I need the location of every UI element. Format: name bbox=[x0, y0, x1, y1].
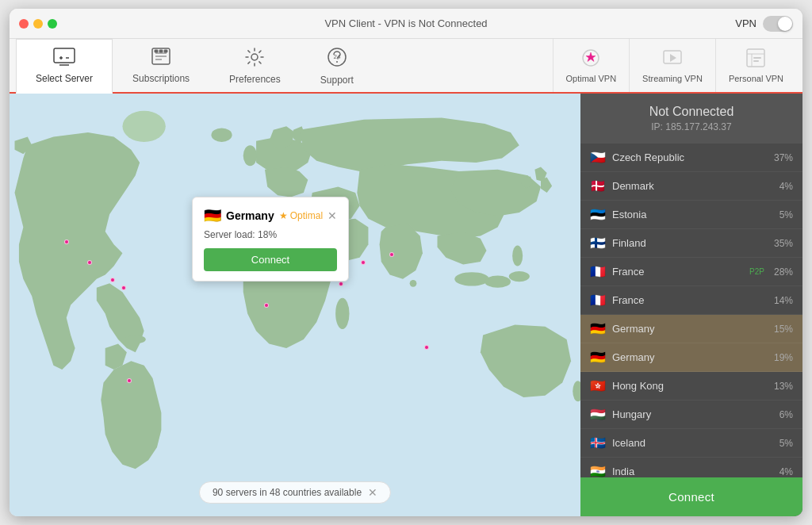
server-name: France bbox=[612, 294, 768, 306]
tab-preferences[interactable]: Preferences bbox=[209, 39, 301, 92]
server-load: 13% bbox=[774, 381, 793, 392]
map-dot-us3[interactable] bbox=[121, 285, 126, 290]
titlebar: VPN Client - VPN is Not Connected VPN bbox=[10, 9, 802, 39]
map-dot-japan[interactable] bbox=[389, 252, 394, 257]
map-dot-us1[interactable] bbox=[87, 260, 92, 265]
tab-select-server[interactable]: Select Server bbox=[16, 39, 113, 94]
server-list-item[interactable]: 🇩🇪 Germany 19% bbox=[580, 343, 802, 372]
server-load: 5% bbox=[779, 438, 793, 449]
map-dot-africa[interactable] bbox=[264, 303, 269, 308]
server-list-item[interactable]: 🇫🇷 France P2P 28% bbox=[580, 258, 802, 286]
panel-header: Not Connected IP: 185.177.243.37 bbox=[580, 94, 802, 144]
map-area[interactable]: 🇩🇪 Germany ★ Optimal ✕ Server load: 18% … bbox=[10, 94, 580, 516]
server-flag: 🇭🇰 bbox=[590, 378, 606, 393]
p2p-badge: P2P bbox=[749, 267, 764, 276]
map-dot-sa[interactable] bbox=[127, 378, 132, 383]
support-icon: 24 bbox=[326, 46, 348, 71]
server-flag: 🇮🇳 bbox=[590, 464, 606, 477]
server-list-item[interactable]: 🇪🇪 Estonia 5% bbox=[580, 201, 802, 229]
star-icon: ★ bbox=[279, 210, 288, 221]
main-content: 🇩🇪 Germany ★ Optimal ✕ Server load: 18% … bbox=[10, 94, 802, 516]
server-flag: 🇮🇸 bbox=[590, 435, 606, 450]
server-popup: 🇩🇪 Germany ★ Optimal ✕ Server load: 18% … bbox=[192, 197, 349, 282]
server-load: 4% bbox=[779, 466, 793, 477]
server-flag: 🇩🇰 bbox=[590, 178, 606, 194]
server-count-badge: 90 servers in 48 countries available ✕ bbox=[199, 481, 391, 504]
svg-point-26 bbox=[243, 145, 257, 166]
server-name: Finland bbox=[612, 237, 768, 249]
popup-close-button[interactable]: ✕ bbox=[327, 209, 337, 222]
tab-streaming-vpn[interactable]: Streaming VPN bbox=[629, 39, 715, 92]
map-dot-canada[interactable] bbox=[64, 240, 69, 244]
right-tabs: Optimal VPN Streaming VPN bbox=[553, 39, 796, 92]
vpn-label: VPN bbox=[735, 17, 756, 29]
personal-vpn-icon bbox=[745, 48, 766, 71]
panel-ip: IP: 185.177.243.37 bbox=[593, 121, 790, 132]
popup-country: Germany bbox=[226, 209, 274, 222]
popup-connect-button[interactable]: Connect bbox=[204, 248, 337, 271]
minimize-button[interactable] bbox=[33, 19, 43, 29]
svg-rect-23 bbox=[753, 60, 759, 62]
main-window: VPN Client - VPN is Not Connected VPN Se… bbox=[10, 9, 802, 516]
server-load: 37% bbox=[774, 152, 793, 163]
server-list-item[interactable]: 🇭🇰 Hong Kong 13% bbox=[580, 372, 802, 400]
map-dot-china[interactable] bbox=[361, 260, 366, 265]
server-name: India bbox=[612, 466, 773, 477]
map-dot-australia[interactable] bbox=[424, 345, 429, 350]
svg-point-12 bbox=[251, 54, 258, 60]
server-load: 6% bbox=[779, 409, 793, 420]
server-name: Czech Republic bbox=[612, 151, 768, 163]
server-list-item[interactable]: 🇮🇳 India 4% bbox=[580, 458, 802, 477]
map-dot-us2[interactable] bbox=[110, 278, 115, 282]
tab-subscriptions[interactable]: Subscriptions bbox=[113, 39, 209, 92]
close-button[interactable] bbox=[19, 19, 29, 29]
server-flag: 🇨🇿 bbox=[590, 150, 606, 165]
server-list-item[interactable]: 🇫🇷 France 14% bbox=[580, 286, 802, 315]
popup-header: 🇩🇪 Germany ★ Optimal ✕ bbox=[204, 207, 337, 224]
world-map bbox=[10, 94, 580, 516]
traffic-lights bbox=[19, 19, 57, 29]
preferences-icon bbox=[244, 47, 265, 71]
server-list-item[interactable]: 🇩🇪 Germany 15% bbox=[580, 315, 802, 343]
server-load: 28% bbox=[774, 266, 793, 278]
server-load: 15% bbox=[774, 324, 793, 335]
tab-support[interactable]: 24 Support bbox=[301, 39, 373, 92]
svg-point-25 bbox=[122, 111, 165, 142]
server-load: 4% bbox=[779, 181, 793, 192]
svg-point-28 bbox=[454, 272, 489, 285]
server-flag: 🇫🇷 bbox=[590, 264, 606, 279]
tab-preferences-label: Preferences bbox=[229, 74, 281, 85]
maximize-button[interactable] bbox=[48, 19, 57, 29]
window-title: VPN Client - VPN is Not Connected bbox=[324, 17, 487, 29]
server-list-item[interactable]: 🇫🇮 Finland 35% bbox=[580, 229, 802, 258]
server-list-item[interactable]: 🇨🇿 Czech Republic 37% bbox=[580, 144, 802, 172]
server-list-item[interactable]: 🇭🇺 Hungary 6% bbox=[580, 400, 802, 429]
svg-point-27 bbox=[335, 298, 349, 329]
server-name: Iceland bbox=[612, 437, 773, 449]
server-flag: 🇩🇪 bbox=[590, 321, 606, 336]
svg-point-31 bbox=[512, 245, 523, 266]
svg-point-32 bbox=[410, 280, 417, 287]
map-dot-india[interactable] bbox=[339, 282, 343, 286]
server-list-item[interactable]: 🇮🇸 Iceland 5% bbox=[580, 429, 802, 458]
server-flag: 🇫🇷 bbox=[590, 293, 606, 308]
tab-personal-vpn[interactable]: Personal VPN bbox=[715, 39, 796, 92]
ip-address: 185.177.243.37 bbox=[665, 121, 731, 132]
svg-marker-18 bbox=[670, 54, 676, 62]
server-flag: 🇫🇮 bbox=[590, 236, 606, 251]
svg-point-35 bbox=[211, 128, 232, 142]
subscriptions-icon bbox=[151, 48, 171, 70]
server-list-item[interactable]: 🇩🇰 Denmark 4% bbox=[580, 172, 802, 201]
vpn-toggle[interactable] bbox=[763, 16, 793, 32]
svg-rect-10 bbox=[159, 50, 163, 52]
server-name: Hungary bbox=[612, 408, 773, 420]
popup-flag: 🇩🇪 bbox=[204, 207, 221, 224]
nav-tabs: Select Server Subscriptions bbox=[10, 39, 802, 94]
server-load: 35% bbox=[774, 238, 793, 249]
panel-connect-button[interactable]: Connect bbox=[580, 477, 802, 516]
svg-point-34 bbox=[125, 335, 146, 344]
tab-optimal-vpn[interactable]: Optimal VPN bbox=[553, 39, 630, 92]
svg-rect-9 bbox=[155, 50, 158, 52]
server-count-close-button[interactable]: ✕ bbox=[368, 486, 377, 499]
server-load: 19% bbox=[774, 352, 793, 363]
